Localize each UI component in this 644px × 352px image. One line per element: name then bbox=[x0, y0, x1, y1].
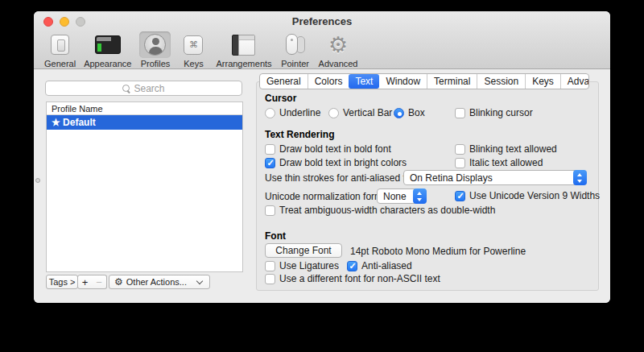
window-resize-handle[interactable] bbox=[35, 178, 40, 183]
toolbar-item-advanced[interactable]: ⚙ Advanced bbox=[315, 31, 362, 69]
text-rendering-heading: Text Rendering bbox=[265, 129, 334, 140]
profile-list[interactable]: Profile Name ★ Default bbox=[46, 101, 243, 272]
preferences-window: Preferences General Appearance bbox=[34, 11, 610, 303]
thin-strokes-label: Use thin strokes for anti-aliased text bbox=[265, 172, 419, 184]
text-settings-panel: Cursor Underline Vertical Bar Box Blinki… bbox=[256, 81, 599, 291]
checkbox-unicode9-widths[interactable]: Use Unicode Version 9 Widths bbox=[455, 190, 600, 201]
checkbox-box[interactable] bbox=[265, 205, 275, 216]
profiles-person-icon bbox=[144, 34, 166, 56]
window-body: Search Profile Name ★ Default Tags > + −… bbox=[34, 69, 610, 303]
font-heading: Font bbox=[265, 230, 286, 242]
profile-tabs: General Colors Text Window Terminal Sess… bbox=[259, 73, 589, 89]
advanced-gear-icon: ⚙ bbox=[328, 34, 348, 56]
checkbox-box[interactable] bbox=[265, 274, 275, 284]
checkbox-bold-bright-colors[interactable]: Draw bold text in bright colors bbox=[265, 157, 407, 168]
current-font-label: 14pt Roboto Mono Medium for Powerline bbox=[350, 246, 526, 257]
change-font-button[interactable]: Change Font bbox=[265, 243, 342, 258]
checkbox-box[interactable] bbox=[455, 158, 465, 168]
checkbox-blinking-cursor[interactable]: Blinking cursor bbox=[455, 107, 533, 118]
search-placeholder: Search bbox=[134, 83, 164, 94]
window-title: Preferences bbox=[34, 15, 610, 27]
checkbox-box[interactable] bbox=[265, 158, 275, 168]
toolbar-item-appearance[interactable]: Appearance bbox=[80, 31, 135, 69]
tab-window[interactable]: Window bbox=[379, 74, 427, 89]
radio-box[interactable]: Box bbox=[394, 107, 425, 118]
checkbox-box[interactable] bbox=[347, 261, 357, 271]
add-profile-button[interactable]: + bbox=[77, 275, 93, 289]
checkbox-non-ascii-font[interactable]: Use a different font for non-ASCII text bbox=[265, 273, 440, 284]
unicode-normalization-select[interactable]: None bbox=[377, 188, 427, 204]
gear-icon: ⚙ bbox=[114, 277, 123, 287]
profile-name: ★ Default bbox=[52, 117, 96, 128]
tab-colors[interactable]: Colors bbox=[308, 74, 349, 89]
unicode-normalization-label: Unicode normalization form: bbox=[265, 191, 385, 202]
checkbox-antialiased[interactable]: Anti-aliased bbox=[347, 260, 412, 271]
radio-underline[interactable]: Underline bbox=[265, 107, 320, 118]
radio-circle[interactable] bbox=[265, 108, 275, 118]
checkbox-box[interactable] bbox=[455, 191, 465, 201]
search-input[interactable]: Search bbox=[45, 81, 242, 96]
tab-general[interactable]: General bbox=[260, 74, 308, 89]
toolbar: General Appearance Profiles ⌘ bbox=[40, 31, 362, 69]
arrangements-windows-icon bbox=[232, 35, 256, 56]
general-switch-icon bbox=[51, 35, 69, 55]
checkbox-box[interactable] bbox=[455, 144, 465, 155]
checkbox-ambiguous-width[interactable]: Treat ambiguous-width characters as doub… bbox=[265, 205, 495, 216]
checkbox-blinking-text-allowed[interactable]: Blinking text allowed bbox=[455, 143, 557, 155]
tab-text[interactable]: Text bbox=[349, 74, 379, 89]
window-chrome: Preferences General Appearance bbox=[34, 11, 610, 69]
profile-row-default[interactable]: ★ Default bbox=[47, 115, 242, 130]
remove-profile-button[interactable]: − bbox=[92, 275, 107, 289]
thin-strokes-select[interactable]: On Retina Displays bbox=[403, 170, 587, 185]
toolbar-item-general[interactable]: General bbox=[40, 31, 80, 69]
search-icon bbox=[122, 85, 130, 93]
tab-terminal[interactable]: Terminal bbox=[427, 74, 477, 89]
tags-button[interactable]: Tags > bbox=[46, 275, 78, 289]
checkbox-bold-in-bold-font[interactable]: Draw bold text in bold font bbox=[265, 143, 391, 155]
checkbox-use-ligatures[interactable]: Use Ligatures bbox=[265, 260, 339, 271]
radio-circle[interactable] bbox=[328, 108, 339, 118]
checkbox-box[interactable] bbox=[265, 144, 275, 155]
tab-session[interactable]: Session bbox=[477, 74, 525, 89]
radio-circle[interactable] bbox=[394, 108, 404, 118]
profile-list-header[interactable]: Profile Name bbox=[47, 102, 242, 115]
toolbar-item-profiles[interactable]: Profiles bbox=[135, 31, 175, 69]
chevron-down-icon bbox=[196, 278, 203, 284]
pointer-mouse-icon bbox=[285, 34, 306, 56]
toolbar-item-arrangements[interactable]: Arrangements bbox=[212, 31, 275, 69]
stepper-icon bbox=[413, 188, 427, 204]
other-actions-dropdown[interactable]: ⚙ Other Actions... bbox=[109, 275, 210, 289]
cursor-heading: Cursor bbox=[265, 93, 296, 104]
radio-vertical-bar[interactable]: Vertical Bar bbox=[328, 107, 392, 118]
keys-command-icon: ⌘ bbox=[184, 35, 203, 55]
toolbar-item-keys[interactable]: ⌘ Keys bbox=[175, 31, 212, 69]
screen-background: Preferences General Appearance bbox=[0, 0, 644, 352]
checkbox-box[interactable] bbox=[265, 261, 275, 271]
toolbar-item-pointer[interactable]: Pointer bbox=[276, 31, 315, 69]
checkbox-italic-text-allowed[interactable]: Italic text allowed bbox=[455, 157, 543, 168]
appearance-window-icon bbox=[95, 35, 121, 54]
checkbox-box[interactable] bbox=[455, 108, 465, 118]
tab-advanced[interactable]: Advanced bbox=[560, 74, 589, 89]
titlebar[interactable]: Preferences bbox=[34, 11, 610, 31]
tab-keys[interactable]: Keys bbox=[525, 74, 560, 89]
stepper-icon bbox=[573, 170, 587, 185]
